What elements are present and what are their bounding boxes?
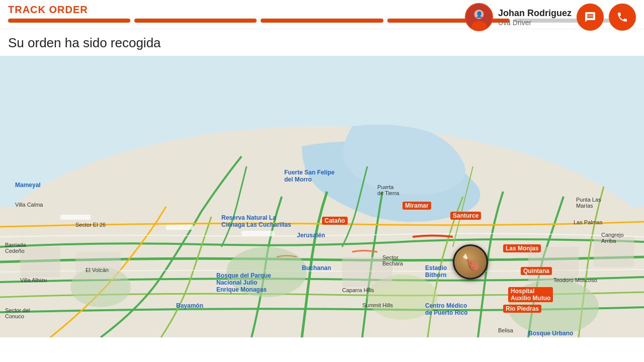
driver-role: Uva Driver [498, 19, 572, 27]
map-label-santurce: Santurce [450, 212, 481, 220]
order-status: Su orden ha sido recogida [0, 29, 644, 56]
map-label-puerta: Puertade Tierra [377, 184, 399, 196]
map-label-catano: Cataño [322, 217, 348, 225]
map-label-miramar: Miramar [403, 202, 431, 210]
map-label-buchanan: Buchanan [302, 264, 331, 272]
message-button[interactable] [577, 4, 604, 31]
driver-name: Johan Rodriguez [498, 8, 572, 19]
map-label-estadio: EstadioBithorn [425, 264, 447, 279]
map-label-rio-piedras: Río Piedras [503, 305, 541, 313]
map-label-reserva: Reserva Natural LaCiénaga Las Cucharilla… [221, 214, 291, 228]
map-label-bosque-urbano: Bosque Urbanodel Nuevo Milenio [528, 330, 580, 337]
map-label-hospital-aux: HospitalAuxilio Mutuo [508, 287, 553, 302]
map[interactable]: Mameyal Villa Calma BarriadaCedeño Villa… [0, 56, 644, 337]
map-label-mameyal: Mameyal [15, 182, 41, 189]
map-label-bosque: Bosque del ParqueNacional JulioEnrique M… [216, 272, 271, 293]
map-label-belisa: Belisa [498, 327, 513, 333]
driver-marker: 🍗 [453, 244, 488, 280]
map-label-quintana: Quintana [521, 267, 552, 275]
svg-text:👤: 👤 [475, 11, 483, 18]
map-label-fuerte: Fuerte San Felipedel Morro [284, 169, 335, 183]
map-label-summit: Summit Hills [362, 302, 393, 308]
call-button[interactable] [609, 4, 636, 31]
food-icon: 🍗 [454, 246, 487, 278]
map-label-punta: Punta LasMarías [576, 197, 601, 209]
map-label-sector-el26: Sector El 26 [75, 222, 106, 228]
progress-segment-1 [8, 19, 130, 23]
map-label-las-monjas: Las Monjas [503, 244, 541, 252]
map-label-villa-albizu: Villa Albizu [20, 277, 47, 283]
svg-rect-18 [242, 231, 274, 236]
progress-segment-2 [134, 19, 257, 23]
driver-details: Johan Rodriguez Uva Driver [498, 8, 572, 27]
svg-rect-11 [20, 247, 60, 277]
svg-rect-16 [60, 215, 91, 220]
map-label-barrida: BarriadaCedeño [5, 242, 26, 254]
map-label-villa-calma: Villa Calma [15, 202, 43, 208]
map-label-teodoro: Teodoro Moscoso [553, 277, 597, 283]
progress-segment-3 [261, 19, 383, 23]
map-label-cangrejo: CangrejoArriba [601, 232, 624, 244]
map-label-sector-bechara: SectorBechara [382, 254, 403, 266]
map-label-caparra: Caparra Hills [342, 287, 374, 293]
map-label-las-palmas: Las Palmas [574, 219, 602, 225]
avatar: 👤 [465, 3, 493, 31]
svg-rect-17 [166, 225, 194, 230]
svg-rect-12 [75, 252, 121, 280]
map-label-el-volcan: El Volcán [86, 267, 109, 273]
map-label-jerusalem: Jerusalén [297, 232, 325, 239]
driver-info: 👤 Johan Rodriguez Uva Driver [465, 3, 636, 31]
map-label-sector-conuco: Sector delConuco [5, 307, 30, 319]
map-label-bayamon: Bayamón [176, 302, 203, 309]
map-label-centro-medico: Centro Médicode Puerto Rico [425, 302, 468, 316]
